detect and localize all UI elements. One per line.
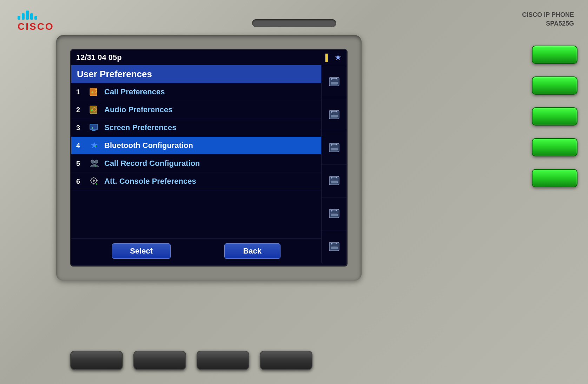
bottom-buttons-group [70,351,312,370]
status-time: 12/31 04 05p [76,53,321,62]
svg-point-14 [93,180,95,182]
cisco-logo: CISCO [18,11,54,32]
bar2 [22,13,25,20]
bottom-button-1[interactable] [70,351,123,370]
svg-text:+: + [91,126,93,130]
signal-icon: ▌ [325,54,330,62]
item-label-1: Call Preferences [104,87,165,96]
bar5 [34,16,37,20]
cisco-brand-text: CISCO [18,21,54,32]
svg-rect-29 [331,214,338,216]
line-button-2[interactable] [532,76,577,95]
line-button-4[interactable] [532,138,577,156]
menu-header: User Preferences [71,65,321,83]
svg-text:+: + [91,90,93,94]
bar1 [18,16,20,20]
menu-item-6[interactable]: 6 + [71,173,321,190]
audio-pref-icon: + [88,103,101,116]
screen-content: User Preferences 1 + [71,65,346,263]
menu-items-list: 1 + Call Preferences 2 [71,83,321,238]
svg-text:+: + [95,164,97,168]
sidebar-icon-3[interactable] [322,131,346,164]
svg-rect-31 [331,247,338,249]
sidebar-icon-1[interactable] [322,65,346,98]
svg-text:+: + [95,144,97,148]
item-number-1: 1 [76,88,85,96]
svg-text:+: + [95,182,98,186]
call-record-icon: + [88,157,101,170]
speaker-slot [252,19,336,27]
item-label-6: Att. Console Preferences [104,177,196,186]
item-label-4: Bluetooth Configuration [104,141,193,150]
status-bar: 12/31 04 05p ▌ ★ [71,50,346,65]
item-number-3: 3 [76,124,85,132]
phone-model-label: CISCO IP PHONE SPA525G [522,11,574,28]
sidebar-icon-2[interactable] [322,98,346,131]
svg-point-10 [91,160,94,163]
screen-bezel: 12/31 04 05p ▌ ★ User Preferences 1 [56,35,362,281]
sidebar-line-icons [321,65,346,263]
menu-item-2[interactable]: 2 + Audio Preferences [71,101,321,119]
bottom-button-4[interactable] [260,351,312,370]
back-button[interactable]: Back [224,243,280,259]
phone-icon-3 [328,141,341,154]
item-label-3: Screen Preferences [104,123,176,132]
menu-item-3[interactable]: 3 + Screen Preferences [71,119,321,137]
menu-title: User Preferences [77,69,152,79]
item-number-2: 2 [76,106,85,114]
item-number-6: 6 [76,177,85,186]
sidebar-icon-4[interactable] [322,164,346,197]
svg-rect-27 [331,181,338,183]
item-label-2: Audio Preferences [104,105,172,114]
bottom-button-2[interactable] [133,351,186,370]
bar4 [30,13,33,20]
svg-rect-23 [331,115,338,117]
line-buttons-group [532,46,577,187]
phone-icon-2 [328,108,341,121]
screen-pref-icon: + [88,121,101,134]
menu-item-1[interactable]: 1 + Call Preferences [71,83,321,101]
sidebar-icon-5[interactable] [322,197,346,230]
phone-icon-4 [328,174,341,187]
lcd-screen: 12/31 04 05p ▌ ★ User Preferences 1 [70,49,348,267]
phone-icon-1 [328,75,341,88]
cisco-bars-icon [18,11,54,20]
item-label-5: Call Record Configuration [104,159,200,168]
sidebar-icon-6[interactable] [322,230,346,263]
phone-icon-6 [328,240,341,253]
call-pref-icon: + [88,86,101,98]
menu-item-4[interactable]: 4 ★ + Bluetooth Configuration [71,137,321,155]
item-number-5: 5 [76,160,85,168]
phone-icon-5 [328,207,341,220]
phone-body: CISCO CISCO IP PHONE SPA525G 12/31 04 05… [0,0,588,384]
line-button-3[interactable] [532,107,577,126]
line-button-1[interactable] [532,46,577,64]
menu-item-5[interactable]: 5 + Call Record Configuration [71,155,321,173]
item-number-4: 4 [76,142,85,150]
select-button[interactable]: Select [112,243,171,259]
console-pref-icon: + [88,175,101,188]
soft-buttons-bar: Select Back [71,238,321,263]
svg-rect-21 [331,82,338,85]
menu-area: User Preferences 1 + [71,65,321,263]
line-button-5[interactable] [532,169,577,187]
bluetooth-icon: ★ [335,53,342,62]
bottom-button-3[interactable] [197,351,249,370]
bluetooth-config-icon: ★ + [88,139,101,152]
bar3 [26,11,29,20]
svg-point-11 [94,160,98,163]
svg-rect-25 [331,148,338,150]
